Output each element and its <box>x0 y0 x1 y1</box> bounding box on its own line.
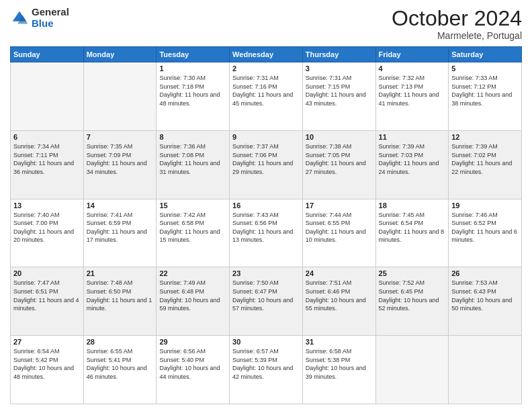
table-row: 2Sunrise: 7:31 AM Sunset: 7:16 PM Daylig… <box>230 62 303 131</box>
day-number: 14 <box>87 201 154 210</box>
day-number: 2 <box>232 64 300 73</box>
table-row: 13Sunrise: 7:40 AM Sunset: 7:00 PM Dayli… <box>11 199 84 267</box>
day-number: 27 <box>13 338 81 346</box>
table-row: 1Sunrise: 7:30 AM Sunset: 7:18 PM Daylig… <box>157 62 230 131</box>
day-info: Sunrise: 7:37 AM Sunset: 7:06 PM Dayligh… <box>232 142 300 176</box>
day-info: Sunrise: 6:57 AM Sunset: 5:39 PM Dayligh… <box>232 347 300 381</box>
day-info: Sunrise: 7:38 AM Sunset: 7:05 PM Dayligh… <box>306 142 373 176</box>
table-row <box>375 336 449 404</box>
calendar-week-2: 6Sunrise: 7:34 AM Sunset: 7:11 PM Daylig… <box>11 130 522 199</box>
title-area: October 2024 Marmelete, Portugal <box>392 7 522 41</box>
day-info: Sunrise: 7:52 AM Sunset: 6:45 PM Dayligh… <box>379 279 446 312</box>
day-info: Sunrise: 7:45 AM Sunset: 6:54 PM Dayligh… <box>379 211 446 244</box>
day-number: 10 <box>306 133 373 141</box>
col-sunday: Sunday <box>11 47 84 62</box>
day-number: 11 <box>379 133 446 141</box>
day-info: Sunrise: 7:36 AM Sunset: 7:08 PM Dayligh… <box>159 142 226 176</box>
table-row: 14Sunrise: 7:41 AM Sunset: 6:59 PM Dayli… <box>83 199 157 267</box>
day-number: 30 <box>232 338 300 346</box>
table-row: 17Sunrise: 7:44 AM Sunset: 6:55 PM Dayli… <box>302 199 375 267</box>
day-number: 24 <box>306 269 373 277</box>
day-info: Sunrise: 7:53 AM Sunset: 6:43 PM Dayligh… <box>451 279 519 312</box>
location-subtitle: Marmelete, Portugal <box>392 30 522 41</box>
table-row: 30Sunrise: 6:57 AM Sunset: 5:39 PM Dayli… <box>230 336 303 404</box>
calendar-week-4: 20Sunrise: 7:47 AM Sunset: 6:51 PM Dayli… <box>11 267 522 336</box>
day-number: 22 <box>159 269 226 277</box>
table-row: 3Sunrise: 7:31 AM Sunset: 7:15 PM Daylig… <box>302 62 375 131</box>
day-info: Sunrise: 7:31 AM Sunset: 7:16 PM Dayligh… <box>232 74 300 107</box>
table-row: 19Sunrise: 7:46 AM Sunset: 6:52 PM Dayli… <box>449 199 522 267</box>
day-info: Sunrise: 7:51 AM Sunset: 6:46 PM Dayligh… <box>306 279 373 312</box>
day-number: 8 <box>159 133 226 141</box>
calendar-week-1: 1Sunrise: 7:30 AM Sunset: 7:18 PM Daylig… <box>11 62 522 131</box>
table-row: 23Sunrise: 7:50 AM Sunset: 6:47 PM Dayli… <box>230 267 303 336</box>
day-number: 29 <box>159 338 226 346</box>
day-info: Sunrise: 6:54 AM Sunset: 5:42 PM Dayligh… <box>13 347 81 381</box>
day-number: 20 <box>13 269 81 277</box>
logo-general-text: General <box>32 7 69 18</box>
day-info: Sunrise: 7:41 AM Sunset: 6:59 PM Dayligh… <box>87 211 154 244</box>
day-info: Sunrise: 7:39 AM Sunset: 7:03 PM Dayligh… <box>379 142 446 176</box>
day-number: 16 <box>232 201 300 210</box>
page: General Blue October 2024 Marmelete, Por… <box>0 0 532 411</box>
table-row: 15Sunrise: 7:42 AM Sunset: 6:58 PM Dayli… <box>157 199 230 267</box>
header: General Blue October 2024 Marmelete, Por… <box>10 7 522 41</box>
table-row <box>11 62 84 131</box>
calendar-header-row: Sunday Monday Tuesday Wednesday Thursday… <box>11 47 522 62</box>
day-info: Sunrise: 7:44 AM Sunset: 6:55 PM Dayligh… <box>306 211 373 244</box>
calendar-week-5: 27Sunrise: 6:54 AM Sunset: 5:42 PM Dayli… <box>11 336 522 404</box>
table-row: 10Sunrise: 7:38 AM Sunset: 7:05 PM Dayli… <box>302 130 375 199</box>
table-row: 7Sunrise: 7:35 AM Sunset: 7:09 PM Daylig… <box>83 130 157 199</box>
day-number: 23 <box>232 269 300 277</box>
day-number: 9 <box>232 133 300 141</box>
table-row <box>449 336 522 404</box>
day-number: 25 <box>379 269 446 277</box>
calendar-table: Sunday Monday Tuesday Wednesday Thursday… <box>10 46 522 404</box>
day-info: Sunrise: 7:35 AM Sunset: 7:09 PM Dayligh… <box>87 142 154 176</box>
logo-blue-text: Blue <box>32 18 69 30</box>
day-number: 31 <box>306 338 373 346</box>
day-number: 18 <box>379 201 446 210</box>
day-info: Sunrise: 7:30 AM Sunset: 7:18 PM Dayligh… <box>159 74 226 107</box>
col-tuesday: Tuesday <box>157 47 230 62</box>
col-friday: Friday <box>375 47 449 62</box>
table-row: 9Sunrise: 7:37 AM Sunset: 7:06 PM Daylig… <box>230 130 303 199</box>
table-row: 20Sunrise: 7:47 AM Sunset: 6:51 PM Dayli… <box>11 267 84 336</box>
day-info: Sunrise: 7:32 AM Sunset: 7:13 PM Dayligh… <box>379 74 446 107</box>
table-row: 25Sunrise: 7:52 AM Sunset: 6:45 PM Dayli… <box>375 267 449 336</box>
day-info: Sunrise: 7:33 AM Sunset: 7:12 PM Dayligh… <box>451 74 519 107</box>
day-info: Sunrise: 7:40 AM Sunset: 7:00 PM Dayligh… <box>13 211 81 244</box>
table-row: 31Sunrise: 6:58 AM Sunset: 5:38 PM Dayli… <box>302 336 375 404</box>
logo: General Blue <box>10 7 69 29</box>
day-info: Sunrise: 7:47 AM Sunset: 6:51 PM Dayligh… <box>13 279 81 312</box>
table-row: 24Sunrise: 7:51 AM Sunset: 6:46 PM Dayli… <box>302 267 375 336</box>
col-monday: Monday <box>83 47 157 62</box>
calendar-week-3: 13Sunrise: 7:40 AM Sunset: 7:00 PM Dayli… <box>11 199 522 267</box>
day-info: Sunrise: 7:49 AM Sunset: 6:48 PM Dayligh… <box>159 279 226 312</box>
table-row: 22Sunrise: 7:49 AM Sunset: 6:48 PM Dayli… <box>157 267 230 336</box>
table-row: 27Sunrise: 6:54 AM Sunset: 5:42 PM Dayli… <box>11 336 84 404</box>
day-number: 13 <box>13 201 81 210</box>
table-row: 18Sunrise: 7:45 AM Sunset: 6:54 PM Dayli… <box>375 199 449 267</box>
col-thursday: Thursday <box>302 47 375 62</box>
table-row: 29Sunrise: 6:56 AM Sunset: 5:40 PM Dayli… <box>157 336 230 404</box>
table-row: 8Sunrise: 7:36 AM Sunset: 7:08 PM Daylig… <box>157 130 230 199</box>
day-number: 12 <box>451 133 519 141</box>
table-row: 4Sunrise: 7:32 AM Sunset: 7:13 PM Daylig… <box>375 62 449 131</box>
day-info: Sunrise: 6:56 AM Sunset: 5:40 PM Dayligh… <box>159 347 226 381</box>
day-info: Sunrise: 7:43 AM Sunset: 6:56 PM Dayligh… <box>232 211 300 244</box>
day-info: Sunrise: 7:50 AM Sunset: 6:47 PM Dayligh… <box>232 279 300 312</box>
day-info: Sunrise: 6:58 AM Sunset: 5:38 PM Dayligh… <box>306 347 373 381</box>
day-number: 26 <box>451 269 519 277</box>
day-info: Sunrise: 7:48 AM Sunset: 6:50 PM Dayligh… <box>87 279 154 312</box>
day-number: 5 <box>451 64 519 73</box>
day-info: Sunrise: 7:46 AM Sunset: 6:52 PM Dayligh… <box>451 211 519 244</box>
col-saturday: Saturday <box>449 47 522 62</box>
table-row: 16Sunrise: 7:43 AM Sunset: 6:56 PM Dayli… <box>230 199 303 267</box>
day-number: 7 <box>87 133 154 141</box>
day-info: Sunrise: 7:34 AM Sunset: 7:11 PM Dayligh… <box>13 142 81 176</box>
day-number: 3 <box>306 64 373 73</box>
table-row: 5Sunrise: 7:33 AM Sunset: 7:12 PM Daylig… <box>449 62 522 131</box>
table-row: 6Sunrise: 7:34 AM Sunset: 7:11 PM Daylig… <box>11 130 84 199</box>
day-number: 6 <box>13 133 81 141</box>
